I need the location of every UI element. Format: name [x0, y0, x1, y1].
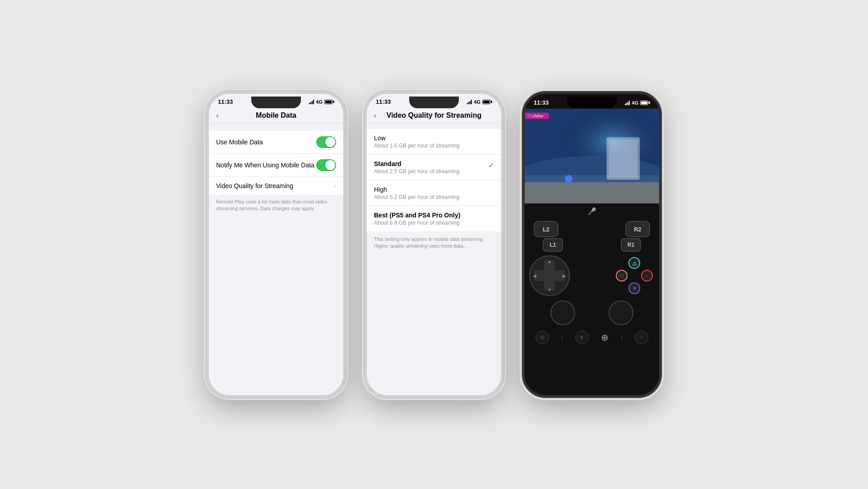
use-mobile-data-toggle[interactable] [316, 136, 336, 148]
network-label-1: 4G [316, 99, 323, 105]
options-button[interactable]: ⊙ [536, 331, 549, 344]
notch-3 [567, 97, 617, 108]
quality-standard-info: Standard About 2.5 GB per hour of stream… [374, 160, 459, 175]
video-quality-chevron: › [334, 182, 336, 189]
svg-text:💜LifeBar: 💜LifeBar [527, 114, 544, 119]
nav-title-2: Video Quality for Streaming [387, 111, 481, 120]
dpad-right-icon[interactable]: ▶ [563, 273, 566, 278]
l2-label: L2 [543, 226, 549, 233]
notify-mobile-data-item[interactable]: Notify Me When Using Mobile Data [209, 154, 343, 177]
quality-standard[interactable]: Standard About 2.5 GB per hour of stream… [367, 155, 501, 180]
nav-bar-1: ‹ Mobile Data [209, 108, 343, 124]
quality-footer: This setting only applies to mobile data… [367, 231, 501, 254]
use-mobile-data-item[interactable]: Use Mobile Data [209, 131, 343, 154]
shoulder-top: L2 R2 [525, 219, 659, 239]
quality-high-name: High [374, 186, 459, 193]
touchpad-button[interactable]: ≡ [635, 331, 648, 344]
r2-label: R2 [634, 226, 642, 233]
chevron-icon-1: › [334, 182, 336, 189]
l1-button[interactable]: L1 [543, 238, 563, 252]
notify-mobile-data-label: Notify Me When Using Mobile Data [216, 161, 314, 169]
shoulder-mid: L1 R1 [525, 237, 659, 253]
cross-icon: ✕ [633, 286, 637, 291]
quality-best[interactable]: Best (PS5 and PS4 Pro Only) About 6.8 GB… [367, 206, 501, 231]
dpad: ▲ ▼ ◀ ▶ [529, 255, 570, 296]
phone-2: 11:33 4G ‹ Video Quality for Streaming [364, 91, 504, 398]
network-label-3: 4G [632, 100, 638, 106]
signal-icon-3 [625, 101, 630, 105]
quality-high-info: High About 5.2 GB per hour of streaming [374, 186, 459, 200]
dpad-arrows: ▲ ▼ ◀ ▶ [530, 256, 569, 295]
mic-icon-area: 🎤 [525, 203, 659, 219]
notify-mobile-data-toggle[interactable] [316, 159, 336, 171]
back-button-1[interactable]: ‹ [216, 111, 219, 120]
quality-low-info: Low About 1.6 GB per hour of streaming [374, 134, 459, 149]
quality-standard-desc: About 2.5 GB per hour of streaming [374, 168, 459, 175]
settings-group-1: Use Mobile Data Notify Me When Using Mob… [209, 131, 343, 195]
quality-best-desc: About 6.8 GB per hour of streaming [374, 220, 460, 226]
video-quality-label: Video Quality for Streaming [216, 182, 293, 189]
notch-1 [251, 97, 301, 108]
svg-point-7 [565, 175, 573, 183]
square-icon: □ [620, 273, 623, 278]
dpad-left-icon[interactable]: ◀ [533, 273, 536, 278]
quality-standard-checkmark: ✓ [488, 161, 494, 170]
r1-button[interactable]: R1 [621, 238, 641, 252]
nav-title-1: Mobile Data [256, 111, 296, 120]
back-button-2[interactable]: ‹ [374, 111, 377, 120]
controls-row: ▲ ▼ ◀ ▶ △ □ ○ ✕ [525, 253, 659, 299]
circle-icon: ○ [646, 273, 649, 278]
separator-1: | [561, 335, 563, 340]
status-icons-3: 4G [625, 100, 650, 106]
status-icons-2: 4G [467, 99, 492, 105]
square-button[interactable]: □ [616, 270, 628, 281]
l2-button[interactable]: L2 [534, 221, 559, 237]
nav-bar-2: ‹ Video Quality for Streaming [367, 108, 501, 124]
signal-icon-1 [309, 100, 314, 104]
thumbstick-row [525, 299, 659, 327]
settings-section-1: Use Mobile Data Notify Me When Using Mob… [209, 131, 343, 216]
network-label-2: 4G [474, 99, 480, 105]
dpad-down-icon[interactable]: ▼ [547, 287, 552, 292]
status-icons-1: 4G [309, 99, 334, 105]
triangle-icon: △ [633, 260, 636, 266]
touchpad-icon: ≡ [641, 336, 643, 340]
quality-low-desc: About 1.6 GB per hour of streaming [374, 143, 459, 149]
r2-button[interactable]: R2 [625, 221, 650, 237]
mic-button[interactable]: 🎙 [575, 331, 589, 344]
settings-footer-1: Remote Play uses a lot more data than mo… [209, 195, 343, 216]
svg-rect-4 [525, 182, 659, 203]
phone-1: 11:33 4G ‹ Mobile Data Use Mobile Data [206, 91, 346, 398]
video-quality-item[interactable]: Video Quality for Streaming › [209, 177, 343, 195]
phone-3: 11:33 4G [522, 91, 662, 398]
time-3: 11:33 [534, 99, 549, 106]
right-thumbstick[interactable] [609, 300, 633, 325]
controller-bottom: ⊙ | 🎙 ⊕ | ≡ [525, 327, 659, 346]
dpad-circle[interactable]: ▲ ▼ ◀ ▶ [529, 255, 570, 296]
time-2: 11:33 [376, 98, 391, 105]
battery-icon-3 [640, 101, 650, 105]
screen-2: 11:33 4G ‹ Video Quality for Streaming [367, 94, 501, 395]
circle-button[interactable]: ○ [641, 270, 653, 281]
cross-button[interactable]: ✕ [628, 282, 640, 294]
dpad-up-icon[interactable]: ▲ [547, 259, 552, 264]
mic-ctrl-icon: 🎙 [580, 335, 584, 340]
quality-high[interactable]: High About 5.2 GB per hour of streaming [367, 180, 501, 206]
battery-icon-1 [324, 100, 334, 104]
quality-best-name: Best (PS5 and PS4 Pro Only) [374, 212, 460, 219]
quality-low-name: Low [374, 134, 459, 142]
l1-label: L1 [549, 242, 556, 248]
face-buttons: △ □ ○ ✕ [614, 255, 655, 296]
quality-group: Low About 1.6 GB per hour of streaming S… [367, 129, 501, 231]
left-thumbstick[interactable] [550, 300, 575, 325]
triangle-button[interactable]: △ [628, 257, 640, 269]
game-image: 💜LifeBar [525, 109, 659, 203]
screen-1: 11:33 4G ‹ Mobile Data Use Mobile Data [209, 94, 343, 395]
ps-logo[interactable]: ⊕ [601, 332, 609, 343]
quality-low[interactable]: Low About 1.6 GB per hour of streaming [367, 129, 501, 155]
game-viewport: 💜LifeBar [525, 109, 659, 203]
svg-rect-6 [609, 139, 637, 177]
signal-icon-2 [467, 100, 472, 104]
mic-icon[interactable]: 🎤 [587, 207, 596, 216]
time-1: 11:33 [218, 98, 233, 105]
